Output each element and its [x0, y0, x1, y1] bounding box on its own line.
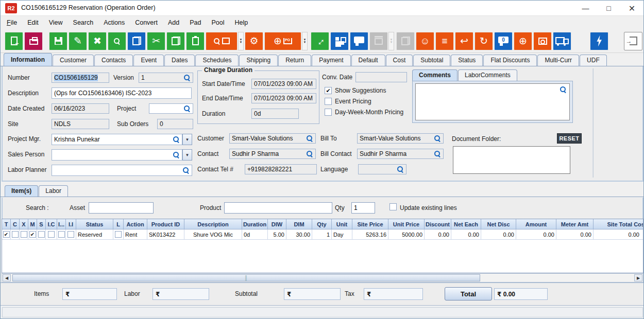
- print-button[interactable]: [24, 32, 43, 50]
- tab-items[interactable]: Item(s): [5, 185, 38, 197]
- total-button[interactable]: Total: [445, 287, 492, 300]
- event-pricing-option[interactable]: Event Pricing: [325, 98, 371, 105]
- expand-button[interactable]: ↔: [311, 32, 329, 50]
- notes-button[interactable]: ≡: [435, 32, 454, 50]
- quick-action-button[interactable]: [590, 32, 608, 50]
- product-input[interactable]: [224, 202, 332, 214]
- edit-button[interactable]: ✎: [69, 32, 87, 50]
- update-existing-checkbox[interactable]: [389, 203, 397, 210]
- smiley-button[interactable]: ☺: [416, 32, 434, 50]
- language-field[interactable]: [358, 164, 406, 174]
- tab-labor-comments[interactable]: LaborComments: [458, 69, 517, 81]
- day-week-month-option[interactable]: Day-Week-Month Pricing: [325, 109, 403, 116]
- bill-contact-lookup-icon[interactable]: [434, 150, 441, 157]
- save-button[interactable]: [49, 32, 67, 50]
- menu-pad[interactable]: Pad: [184, 16, 206, 29]
- project-mgr-lookup-icon[interactable]: [173, 136, 180, 143]
- col-diw[interactable]: DIW: [268, 219, 286, 229]
- tab-shipping[interactable]: Shipping: [239, 55, 278, 66]
- tab-payment[interactable]: Payment: [312, 55, 350, 66]
- col-product-id[interactable]: Product ID: [147, 219, 184, 229]
- tab-event[interactable]: Event: [133, 55, 164, 66]
- refresh-clipboard-button[interactable]: ↻: [474, 32, 493, 50]
- number-field[interactable]: CO1506165129: [52, 73, 109, 83]
- col-amount[interactable]: Amount: [516, 219, 556, 229]
- chat-count-button[interactable]: 0: [494, 32, 513, 50]
- start-date-field[interactable]: 07/01/2023 09:00 AM: [251, 79, 316, 89]
- gears-button[interactable]: ⚙: [245, 32, 263, 50]
- project-lookup-icon[interactable]: [183, 105, 191, 112]
- col-meter-amt[interactable]: Meter Amt: [556, 219, 594, 229]
- event-pricing-checkbox[interactable]: [325, 98, 332, 105]
- search-button[interactable]: [108, 32, 126, 50]
- bill-contact-field[interactable]: Sudhir P Sharma: [357, 149, 444, 159]
- version-lookup-icon[interactable]: [183, 74, 191, 81]
- tab-comments[interactable]: Comments: [412, 69, 457, 81]
- scroll-right-button[interactable]: ▶: [634, 274, 642, 281]
- duplicate-button[interactable]: [127, 32, 146, 50]
- col-l[interactable]: L: [113, 219, 124, 229]
- conv-date-field[interactable]: [355, 72, 407, 82]
- comment-button[interactable]: [350, 32, 368, 50]
- row-check-x[interactable]: [21, 231, 27, 238]
- col-net-each[interactable]: Net Each: [451, 219, 481, 229]
- col-description[interactable]: Description: [184, 219, 242, 229]
- date-created-field[interactable]: 06/16/2023: [52, 103, 109, 114]
- asset-input[interactable]: [89, 202, 154, 214]
- duration-field[interactable]: 0d: [251, 109, 299, 119]
- site-field[interactable]: NDLS: [52, 119, 109, 129]
- tab-multi-curr[interactable]: Multi-Curr: [537, 55, 579, 66]
- horizontal-scrollbar[interactable]: ◀ ║ ▶: [2, 273, 643, 282]
- menu-add[interactable]: Add: [163, 16, 184, 29]
- add-po-button[interactable]: ⊕PO: [264, 32, 301, 50]
- contact-lookup-icon[interactable]: [306, 150, 313, 157]
- row-check-s[interactable]: [38, 231, 45, 238]
- maximize-button[interactable]: □: [597, 1, 620, 16]
- menu-help[interactable]: Help: [230, 16, 253, 29]
- end-date-field[interactable]: 07/01/2023 09:00 AM: [251, 93, 316, 103]
- col-site-price[interactable]: Site Price: [352, 219, 388, 229]
- col-ic[interactable]: I.C: [46, 219, 57, 229]
- row-check-ic[interactable]: [48, 231, 55, 238]
- col-dim[interactable]: DIM: [286, 219, 312, 229]
- menu-pool[interactable]: Pool: [206, 16, 229, 29]
- close-button[interactable]: ✕: [620, 1, 643, 16]
- table-row[interactable]: ✔ ✔ Reserved Rent SK013422 Shure VOG Mic…: [2, 229, 643, 240]
- row-check-i[interactable]: [58, 231, 65, 238]
- tab-dates[interactable]: Dates: [164, 55, 195, 66]
- menu-file[interactable]: File: [2, 16, 22, 29]
- row-check-m[interactable]: ✔: [29, 231, 36, 238]
- col-i[interactable]: I...: [57, 219, 66, 229]
- col-status[interactable]: Status: [76, 219, 113, 229]
- bill-to-field[interactable]: Smart-Value Solutions: [357, 133, 444, 144]
- tab-default[interactable]: Default: [351, 55, 385, 66]
- bill-to-lookup-icon[interactable]: [434, 135, 441, 142]
- project-field[interactable]: [149, 103, 193, 114]
- tab-cost[interactable]: Cost: [386, 55, 413, 66]
- col-duration[interactable]: Duration: [242, 219, 268, 229]
- labor-planner-lookup-icon[interactable]: [182, 167, 190, 174]
- delivery-button[interactable]: [553, 32, 571, 50]
- version-field[interactable]: 1: [139, 73, 193, 83]
- search-product-button[interactable]: [206, 32, 238, 50]
- sales-person-dropdown[interactable]: ▼: [182, 149, 192, 161]
- show-suggestions-checkbox[interactable]: ✔: [325, 87, 332, 94]
- col-t[interactable]: T: [2, 219, 11, 229]
- row-check-t[interactable]: ✔: [3, 231, 10, 238]
- comments-textarea[interactable]: [415, 83, 570, 120]
- vault-button[interactable]: [533, 32, 552, 50]
- col-c[interactable]: C: [11, 219, 20, 229]
- po-dropdown-button[interactable]: ▼▼: [302, 32, 308, 50]
- product-dropdown-button[interactable]: ▼▼: [238, 32, 244, 50]
- menu-search[interactable]: Search: [68, 16, 99, 29]
- col-site-total[interactable]: Site Total Cost: [594, 219, 643, 229]
- contact-tel-field[interactable]: +919828282221: [245, 164, 317, 174]
- col-qty[interactable]: Qty: [312, 219, 332, 229]
- customer-field[interactable]: Smart-Value Solutions: [229, 133, 316, 144]
- language-lookup-icon[interactable]: [397, 166, 404, 173]
- labor-planner-field[interactable]: [52, 165, 192, 176]
- scroll-left-button[interactable]: ◀: [3, 274, 11, 281]
- contact-field[interactable]: Sudhir P Sharma: [229, 149, 316, 159]
- paste-button[interactable]: [186, 32, 205, 50]
- col-s[interactable]: S: [37, 219, 46, 229]
